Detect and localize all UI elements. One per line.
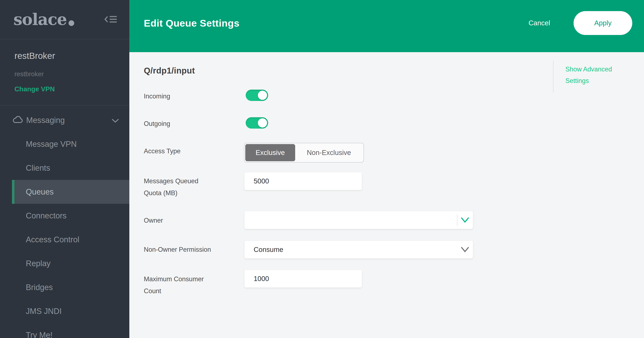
sidebar-item-label: Clients bbox=[26, 164, 50, 173]
sidebar-item-label: Replay bbox=[26, 259, 50, 268]
show-advanced-settings-link[interactable]: Show Advanced Settings bbox=[566, 63, 630, 93]
page-title: Edit Queue Settings bbox=[144, 17, 240, 29]
sidebar-divider bbox=[0, 105, 129, 105]
sidebar-item-clients[interactable]: Clients bbox=[0, 156, 129, 180]
vpn-name: restbroker bbox=[14, 70, 44, 78]
sidebar-item-label: JMS JNDI bbox=[26, 307, 62, 316]
incoming-toggle[interactable] bbox=[246, 90, 268, 101]
chevron-down-icon bbox=[461, 247, 469, 252]
sidebar-section-messaging[interactable]: Messaging bbox=[0, 108, 129, 132]
chevron-down-icon bbox=[112, 116, 119, 125]
chevron-down-icon bbox=[461, 217, 469, 223]
outgoing-toggle[interactable] bbox=[246, 117, 268, 129]
advanced-settings-block: Show Advanced Settings bbox=[553, 61, 630, 93]
sidebar-item-label: Bridges bbox=[26, 283, 53, 292]
sidebar-item-try-me[interactable]: Try Me! bbox=[0, 323, 129, 338]
sidebar: solace restBroker restbroker Change VPN bbox=[0, 0, 129, 338]
non-owner-permission-label: Non-Owner Permission bbox=[144, 244, 215, 256]
max-consumer-count-label: Maximum Consumer Count bbox=[144, 273, 215, 297]
edit-queue-header: Edit Queue Settings Cancel Apply bbox=[129, 0, 644, 52]
pubsub-manager-app: solace restBroker restbroker Change VPN bbox=[0, 0, 644, 338]
sidebar-menu: Messaging Message VPN Clients Queues Con… bbox=[0, 108, 129, 338]
sidebar-item-label: Access Control bbox=[26, 235, 80, 244]
sidebar-item-label: Queues bbox=[26, 187, 54, 196]
cloud-icon bbox=[12, 116, 23, 125]
queue-name: Q/rdp1/input bbox=[144, 66, 195, 75]
toggle-knob bbox=[258, 118, 267, 128]
non-owner-permission-select[interactable]: Consume bbox=[244, 241, 473, 258]
solace-logo-dot-icon bbox=[68, 20, 74, 26]
sidebar-item-replay[interactable]: Replay bbox=[0, 252, 129, 275]
owner-label: Owner bbox=[144, 214, 215, 226]
broker-name: restBroker bbox=[14, 51, 55, 61]
max-consumer-count-input[interactable] bbox=[244, 270, 362, 288]
sidebar-item-message-vpn[interactable]: Message VPN bbox=[0, 132, 129, 156]
solace-logo: solace bbox=[14, 11, 74, 27]
change-vpn-link[interactable]: Change VPN bbox=[14, 85, 55, 93]
apply-button[interactable]: Apply bbox=[574, 11, 632, 35]
incoming-label: Incoming bbox=[144, 90, 215, 102]
access-type-option-exclusive[interactable]: Exclusive bbox=[245, 144, 295, 161]
sidebar-item-jms-jndi[interactable]: JMS JNDI bbox=[0, 299, 129, 323]
combobox-divider bbox=[457, 214, 458, 226]
messages-queued-quota-label: Messages Queued Quota (MB) bbox=[144, 175, 215, 199]
collapse-sidebar-button[interactable] bbox=[104, 14, 118, 24]
toggle-knob bbox=[258, 91, 267, 100]
access-type-segmented: Exclusive Non-Exclusive bbox=[244, 143, 364, 163]
access-type-label: Access Type bbox=[144, 145, 215, 157]
sidebar-item-bridges[interactable]: Bridges bbox=[0, 275, 129, 299]
sidebar-section-label: Messaging bbox=[26, 116, 65, 125]
access-type-option-non-exclusive[interactable]: Non-Exclusive bbox=[295, 149, 363, 157]
edit-queue-form: Q/rdp1/input Show Advanced Settings Inco… bbox=[129, 52, 644, 338]
owner-input[interactable] bbox=[244, 211, 457, 229]
collapse-sidebar-icon bbox=[104, 15, 117, 24]
solace-logo-text: solace bbox=[14, 11, 67, 27]
non-owner-permission-value: Consume bbox=[244, 246, 461, 254]
sidebar-item-access-control[interactable]: Access Control bbox=[0, 228, 129, 252]
sidebar-item-label: Try Me! bbox=[26, 331, 52, 338]
sidebar-item-label: Message VPN bbox=[26, 140, 77, 149]
cancel-button[interactable]: Cancel bbox=[528, 19, 550, 27]
sidebar-header: solace bbox=[0, 0, 129, 39]
outgoing-label: Outgoing bbox=[144, 118, 215, 130]
sidebar-item-connectors[interactable]: Connectors bbox=[0, 204, 129, 228]
owner-combobox[interactable] bbox=[244, 211, 473, 229]
messages-queued-quota-input[interactable] bbox=[244, 172, 362, 190]
advanced-divider bbox=[553, 61, 554, 93]
sidebar-item-queues[interactable]: Queues bbox=[12, 180, 129, 204]
sidebar-item-label: Connectors bbox=[26, 211, 66, 220]
